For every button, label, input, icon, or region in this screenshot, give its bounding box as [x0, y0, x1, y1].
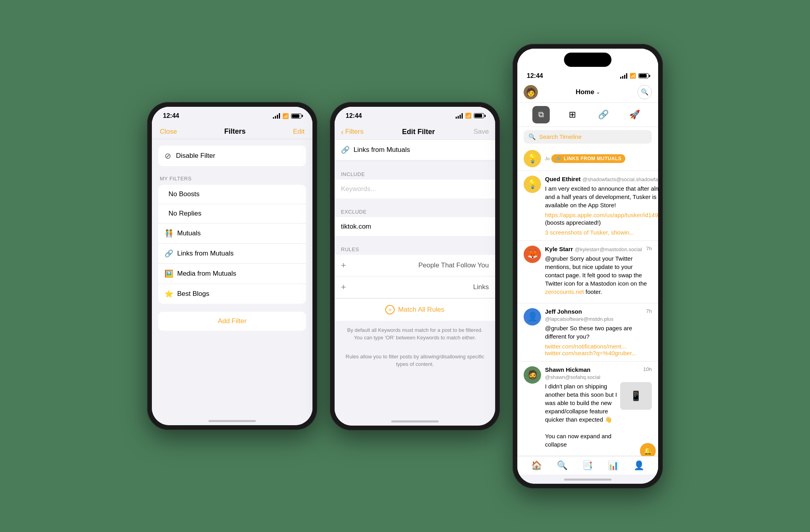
post-jeff-johnson[interactable]: 👤 Jeff Johnson @lapcatsoftware@mstdn.plu…: [517, 303, 658, 362]
home-toolbar: ⧉ ⊞ 🔗 🚀: [517, 103, 658, 127]
no-replies-label: No Replies: [168, 210, 201, 218]
post-shawn-hickman[interactable]: 🧔 Shawn Hickman @shawn@sofahq.social 10h: [517, 362, 658, 456]
filter-name-text: Links from Mutuals: [354, 146, 410, 154]
mutuals-icon: 🧑‍🤝‍🧑: [165, 229, 173, 238]
edit-filter-content: 🔗 Links from Mutuals INCLUDE Keywords...…: [335, 140, 495, 417]
first-post-avatar: 💡: [524, 150, 541, 167]
post-time-3: 7h: [646, 308, 652, 322]
add-filter-button[interactable]: Add Filter: [158, 312, 306, 331]
edit-filter-title: Edit Filter: [402, 128, 435, 136]
filter-item-media-mutuals[interactable]: 🖼️ Media from Mutuals: [158, 264, 306, 284]
match-all-row[interactable]: + Match All Rules: [335, 298, 495, 321]
post-text-1: I am very excited to announce that after…: [545, 184, 658, 209]
description-1: By default all Keywords must match for a…: [335, 321, 495, 347]
back-chevron-icon: ‹: [341, 127, 344, 136]
battery-icon-3: [638, 73, 649, 78]
exclude-label: EXCLUDE: [335, 206, 495, 217]
post-handle-4: @shawn@sofahq.social: [545, 374, 600, 380]
search-button[interactable]: 🔍: [638, 85, 652, 99]
filters-content: ⊘ Disable Filter MY FILTERS No Boosts No…: [152, 139, 312, 416]
filter-toolbar-btn[interactable]: ⧉: [532, 106, 550, 123]
keywords-input[interactable]: Keywords...: [335, 180, 495, 199]
post-body-1: Qued Ethiret @shadowfacts@social.shadowf…: [545, 176, 658, 236]
bottom-profile-btn[interactable]: 👤: [634, 460, 644, 471]
post-header-2: Kyle Starr @kylestarr@mastodon.social 7h: [545, 246, 652, 253]
rule-people-follow[interactable]: + People That Follow You: [335, 255, 495, 276]
home-indicator-1: [208, 420, 256, 422]
edit-nav: ‹ Filters Edit Filter Save: [335, 123, 495, 140]
bottom-search-btn[interactable]: 🔍: [557, 460, 568, 471]
post-handle-2: @kylestarr@mastodon.social: [575, 246, 642, 252]
filter-item-best-blogs[interactable]: ⭐ Best Blogs: [158, 284, 306, 304]
media-mutuals-icon: 🖼️: [165, 269, 173, 278]
post-qued-ethiret[interactable]: 💡 Qued Ethiret @shadowfacts@social.shado…: [517, 171, 658, 241]
wifi-icon-1: 📶: [282, 113, 289, 119]
disable-label: Disable Filter: [176, 152, 215, 160]
filter-item-no-replies[interactable]: No Replies: [158, 204, 306, 223]
post-link-2[interactable]: zerocounts.net: [545, 288, 584, 295]
post-handle-3: @lapcatsoftware@mstdn.plus: [545, 316, 613, 322]
post-link-3a[interactable]: twitter.com/notifications/ment...: [545, 343, 652, 350]
post-text-2: @gruber Sorry about your Twitter mention…: [545, 254, 652, 296]
filter-list: No Boosts No Replies 🧑‍🤝‍🧑 Mutuals 🔗 Lin…: [158, 185, 306, 304]
filter-item-mutuals[interactable]: 🧑‍🤝‍🧑 Mutuals: [158, 223, 306, 244]
boost-toolbar-btn[interactable]: 🚀: [626, 106, 643, 123]
post-content-1: I am very excited to announce that after…: [545, 184, 658, 236]
post-handle-1: @shadowfacts@social.shadowfacts....: [582, 176, 658, 182]
save-button[interactable]: Save: [473, 128, 489, 136]
avatar-jeff: 👤: [524, 308, 541, 326]
post-kyle-starr[interactable]: 🦊 Kyle Starr @kylestarr@mastodon.social …: [517, 241, 658, 303]
post-content-4: I didn't plan on shipping another beta t…: [545, 382, 652, 451]
battery-icon-1: [291, 114, 301, 119]
status-bar-2: 12:44 📶: [335, 107, 495, 123]
fab-overlay[interactable]: 🔔: [640, 443, 656, 456]
bottom-home-btn[interactable]: 🏠: [531, 460, 542, 471]
status-icons-3: 📶: [620, 73, 649, 79]
post-link-1[interactable]: https://apps.apple.com/us/app/tusker/id1…: [545, 212, 658, 218]
post-header-4: Shawn Hickman @shawn@sofahq.social 10h: [545, 366, 652, 381]
rule-plus-icon-1: +: [341, 260, 346, 271]
status-icons-2: 📶: [456, 113, 484, 119]
home-title-area[interactable]: Home ⌄: [575, 88, 600, 96]
rules-list: + People That Follow You + Links + Match…: [335, 255, 495, 321]
bottom-nav: 🏠 🔍 📑 📊 👤: [517, 456, 658, 475]
filter-item-no-boosts[interactable]: No Boosts: [158, 185, 306, 204]
badge-label: LINKS FROM MUTUALS: [564, 156, 622, 161]
link-toolbar-btn[interactable]: 🔗: [595, 106, 612, 123]
gallery-toolbar-btn[interactable]: ⊞: [564, 106, 581, 123]
rules-label: RULES: [335, 244, 495, 255]
filter-item-links-mutuals[interactable]: 🔗 Links from Mutuals: [158, 244, 306, 264]
bottom-bookmarks-btn[interactable]: 📑: [582, 460, 593, 471]
post-link-3b[interactable]: twitter.com/search?q=%40gruber...: [545, 350, 652, 356]
user-avatar[interactable]: 🧑: [524, 85, 538, 99]
back-button[interactable]: ‹ Filters: [341, 127, 363, 136]
match-all-icon: +: [385, 305, 395, 314]
phone-filters: 12:44 📶 Close: [147, 102, 317, 430]
post-body-3: Jeff Johnson @lapcatsoftware@mstdn.plus …: [545, 308, 652, 356]
post-extra-link-1[interactable]: 3 screenshots of Tusker, showin...: [545, 229, 658, 236]
post-body-2: Kyle Starr @kylestarr@mastodon.social 7h…: [545, 246, 652, 298]
rule-links[interactable]: + Links: [335, 276, 495, 298]
media-mutuals-label: Media from Mutuals: [177, 270, 236, 278]
post-text-3: @gruber So these two pages are different…: [545, 324, 652, 341]
rule-label-1: People That Follow You: [351, 261, 489, 269]
edit-button[interactable]: Edit: [293, 128, 305, 136]
search-inline-icon: 🔍: [528, 133, 536, 140]
post-extra-1: (boosts appreciated!): [545, 218, 658, 227]
badge-icon: 🔗: [555, 156, 562, 161]
post-time-4: 10h: [643, 366, 652, 381]
best-blogs-icon: ⭐: [165, 290, 173, 298]
post-text-4: I didn't plan on shipping another beta t…: [545, 382, 617, 449]
close-button[interactable]: Close: [160, 128, 177, 136]
bottom-activity-btn[interactable]: 📊: [608, 460, 619, 471]
post-image-4: 📱: [620, 382, 652, 410]
exclude-value[interactable]: tiktok.com: [335, 217, 495, 236]
status-bar-3: 12:44 📶: [517, 68, 658, 82]
search-bar[interactable]: 🔍 Search Timeline: [524, 130, 652, 144]
include-content: Keywords...: [335, 180, 495, 199]
no-boosts-label: No Boosts: [168, 190, 199, 198]
mutuals-label: Mutuals: [177, 229, 201, 237]
rules-section: RULES + People That Follow You + Links +: [335, 244, 495, 321]
phone-home-feed: 12:44 📶 🧑: [513, 44, 663, 488]
disable-filter-row[interactable]: ⊘ Disable Filter: [158, 146, 306, 166]
